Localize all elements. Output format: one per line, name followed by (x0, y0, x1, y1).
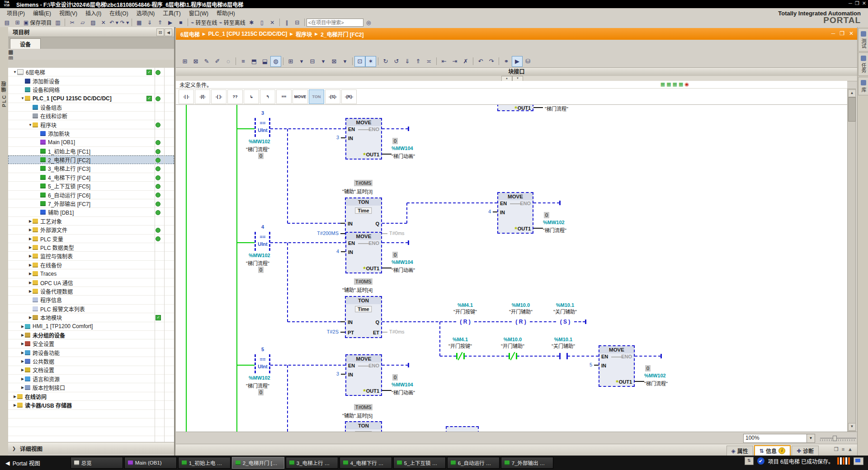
reset-coil[interactable]: ( R ) (514, 319, 527, 325)
empty-box-button[interactable]: ?? (227, 89, 243, 104)
tree-row-4[interactable]: 设备组态 (8, 103, 174, 112)
cut-icon[interactable]: ✂ (67, 18, 77, 27)
tree-expand-closed-icon[interactable]: ▶ (28, 281, 33, 285)
menu-item-0[interactable]: 项目(P) (3, 8, 29, 18)
favorites-toggle-icon[interactable]: ✶ (365, 56, 376, 67)
tree-expand-closed-icon[interactable]: ▶ (28, 315, 33, 320)
contact-bar[interactable] (463, 353, 465, 359)
menu-item-8[interactable]: 帮助(H) (212, 8, 239, 18)
tab-devices[interactable]: 设备 (10, 38, 41, 49)
taskbar-button-4[interactable]: 3_电梯上行 … (286, 457, 338, 469)
bit-operand-label[interactable]: %M4.1"开门按键" (448, 337, 472, 349)
upload-from-device-icon[interactable]: ⇑ (155, 18, 165, 27)
float-panel-icon[interactable]: ❒ (834, 446, 839, 452)
bit-operand-label[interactable]: %M10.0"开门辅助" (509, 302, 533, 315)
compare-block-icon[interactable]: ≍ (424, 56, 434, 67)
breadcrumb-item-0[interactable]: 6层电梯 (180, 30, 200, 38)
tree-row-21[interactable]: ▶监控与强制表 (8, 252, 174, 260)
closed-contact-button[interactable]: -|/|- (195, 89, 210, 104)
taskbar-button-6[interactable]: 5_上下互锁 … (393, 457, 446, 469)
editor-maximize-icon[interactable]: ❐ (840, 30, 844, 37)
menu-item-6[interactable]: 工具(T) (159, 8, 184, 18)
tree-expand-closed-icon[interactable]: ▶ (28, 228, 33, 232)
task-card-任务[interactable]: 任务 (858, 52, 868, 76)
insert-box-arrow-icon[interactable]: ▾ (296, 56, 307, 67)
zoom-level-select[interactable]: 100% (743, 434, 809, 443)
breadcrumb-item-1[interactable]: PLC_1 [CPU 1215C DC/DC/DC] (208, 31, 288, 37)
contact-bar[interactable] (456, 353, 458, 359)
upload-block-icon[interactable]: ⇑ (413, 56, 424, 67)
set-coil-button[interactable]: -(S)- (325, 89, 340, 104)
tree-row-15[interactable]: 7_外部输出 [FC7] (8, 199, 174, 208)
search-binoculars-icon[interactable]: ◎ (363, 18, 374, 27)
operand-address[interactable]: %MW104 (392, 259, 413, 265)
menu-item-4[interactable]: 在线(O) (105, 8, 132, 18)
delete-element-icon[interactable]: ⊠ (329, 56, 340, 67)
tree-expand-closed-icon[interactable]: ▶ (28, 263, 33, 267)
tree-row-1[interactable]: 添加新设备 (8, 76, 174, 85)
new-project-icon[interactable]: ▤ (2, 18, 12, 27)
collapse-networks-icon[interactable]: ⬓ (259, 56, 270, 67)
network-list-icon[interactable]: ≡ (238, 56, 249, 67)
tab-info[interactable]: ⇅信息i (755, 446, 790, 456)
editor-close-icon[interactable]: ✕ (849, 30, 854, 37)
tree-row-30[interactable]: ▶未分组的设备 (8, 331, 174, 339)
tree-row-2[interactable]: 设备和网络 (8, 85, 174, 94)
delete-icon[interactable]: ✕ (98, 18, 108, 27)
reset-coil[interactable]: ( R ) (459, 319, 471, 325)
tree-row-35[interactable]: ▶语言和资源 (8, 375, 174, 383)
breadcrumb-item-2[interactable]: 程序块 (296, 30, 312, 38)
tree-row-25[interactable]: ▶设备代理数据 (8, 287, 174, 296)
menu-item-7[interactable]: 窗口(W) (185, 8, 212, 18)
contact-bar[interactable] (516, 353, 517, 359)
ton-block[interactable]: TONTime (345, 421, 382, 432)
taskbar-button-1[interactable]: Main (OB1) (124, 457, 177, 469)
undo-icon[interactable]: ↶ ▾ (108, 18, 119, 27)
tree-expand-closed-icon[interactable]: ▶ (13, 403, 17, 407)
absolute-operands-icon[interactable]: ⊡ (354, 56, 365, 67)
split-horizontal-icon[interactable]: ⊟ (292, 18, 302, 27)
restore-icon[interactable]: ▯ (257, 18, 267, 27)
move-box-button[interactable]: MOVE (292, 89, 308, 104)
search-input[interactable] (307, 19, 363, 27)
show-errors-icon[interactable]: ✗ (460, 56, 471, 67)
start-cpu-icon[interactable]: ▶ (165, 18, 175, 27)
insert-network-icon[interactable]: ⊞ (179, 56, 190, 67)
tree-row-17[interactable]: ▶工艺对象 (8, 217, 174, 226)
tree-expand-closed-icon[interactable]: ▶ (28, 272, 33, 276)
compile-icon[interactable]: ▦ (134, 18, 144, 27)
tree-row-18[interactable]: ▶外部源文件 (8, 226, 174, 234)
tree-row-26[interactable]: 程序信息 (8, 296, 174, 304)
move-block[interactable]: MOVEOUT1* (497, 105, 533, 111)
tree-row-16[interactable]: 辅助 [DB1] (8, 208, 174, 216)
call-environment-icon[interactable]: ⚭ (501, 56, 512, 67)
editor-minimize-icon[interactable]: ─ (831, 30, 835, 37)
insert-branch-arrow-icon[interactable]: ▾ (318, 56, 329, 67)
tree-row-11[interactable]: 3_电梯上行 [FC3] (8, 164, 174, 173)
breadcrumb-item-3[interactable]: 2_电梯开门 [FC2] (321, 30, 363, 38)
taskbar-button-5[interactable]: 4_电梯下行 … (340, 457, 392, 469)
contact-bar[interactable] (559, 353, 561, 359)
go-offline-button[interactable]: ⌁转至离线 (218, 18, 246, 27)
zoom-slider-thumb[interactable] (833, 436, 837, 441)
details-chevron-icon[interactable]: ❯ (8, 446, 20, 451)
tree-row-0[interactable]: ▼6层电梯✓ (8, 68, 174, 76)
tree-expand-closed-icon[interactable]: ▶ (28, 254, 33, 258)
pin-constant[interactable]: 5 (566, 362, 592, 367)
menu-item-3[interactable]: 插入(I) (81, 8, 105, 18)
taskbar-button-0[interactable]: 总览 (71, 457, 123, 469)
taskbar-button-8[interactable]: 7_外部输出 … (501, 457, 553, 469)
tree-row-33[interactable]: ▶公共数据 (8, 357, 174, 366)
task-card-测试[interactable]: 测试 (858, 28, 868, 52)
monitoring-on-off-icon[interactable]: ▶ (512, 56, 523, 67)
tree-expand-closed-icon[interactable]: ▶ (20, 324, 25, 329)
tree-expand-closed-icon[interactable]: ▶ (28, 289, 33, 293)
vertical-scrollbar[interactable]: ▲ ▼ (847, 89, 856, 432)
operand-address[interactable]: %MW104 (392, 382, 413, 387)
tree-row-9[interactable]: 1_初始上电 [FC1] (8, 147, 174, 155)
tab-diagnostics[interactable]: ✚诊断 (792, 446, 819, 456)
download-to-device-icon[interactable]: ⇓ (144, 18, 155, 27)
tree-expand-open-icon[interactable]: ▼ (20, 96, 25, 100)
coil-button[interactable]: -( )- (211, 89, 226, 104)
pin-constant[interactable]: T#2S (312, 329, 339, 334)
